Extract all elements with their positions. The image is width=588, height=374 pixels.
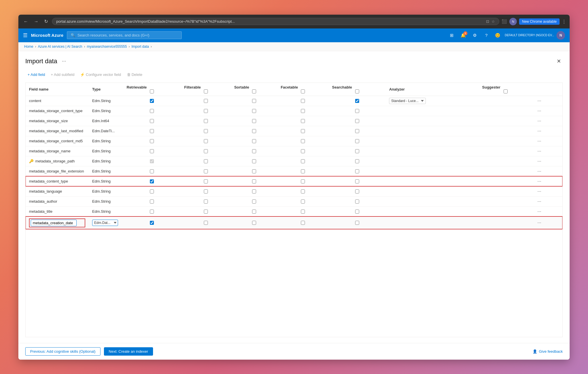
add-subfield-button[interactable]: + Add subfield: [49, 71, 77, 78]
filterable-checkbox[interactable]: [204, 159, 208, 163]
retrievable-checkbox[interactable]: [150, 210, 154, 214]
searchable-checkbox[interactable]: [355, 149, 359, 153]
row-more-button[interactable]: ···: [536, 158, 543, 164]
facetable-checkbox[interactable]: [301, 109, 305, 113]
filterable-checkbox[interactable]: [204, 139, 208, 143]
field-name-input[interactable]: [31, 220, 77, 226]
filterable-checkbox[interactable]: [204, 119, 208, 123]
facetable-checkbox[interactable]: [301, 149, 305, 153]
user-section[interactable]: DEFAULT DIRECTORY (NGOCD EV... N: [505, 31, 565, 40]
retrievable-checkbox[interactable]: [150, 221, 154, 225]
add-field-button[interactable]: + Add field: [25, 71, 47, 78]
browser-more-icon[interactable]: ⋮: [562, 19, 566, 24]
retrievable-checkbox[interactable]: [150, 179, 154, 183]
facetable-checkbox[interactable]: [301, 169, 305, 173]
filterable-checkbox[interactable]: [204, 189, 208, 193]
filterable-all-checkbox[interactable]: [204, 89, 208, 93]
searchable-all-checkbox[interactable]: [355, 89, 359, 93]
breadcrumb-import-data[interactable]: Import data: [131, 45, 149, 49]
sortable-checkbox[interactable]: [252, 179, 256, 183]
facetable-checkbox[interactable]: [301, 200, 305, 204]
retrievable-checkbox[interactable]: [150, 129, 154, 133]
filterable-checkbox[interactable]: [204, 200, 208, 204]
row-more-button[interactable]: ···: [536, 138, 543, 144]
hamburger-menu[interactable]: ☰: [23, 32, 28, 39]
help-icon[interactable]: ?: [482, 31, 491, 40]
sortable-checkbox[interactable]: [252, 109, 256, 113]
filterable-checkbox[interactable]: [204, 210, 208, 214]
sortable-checkbox[interactable]: [252, 139, 256, 143]
filterable-checkbox[interactable]: [204, 221, 208, 225]
facetable-checkbox[interactable]: [301, 221, 305, 225]
analyzer-select[interactable]: Standard - Luce...SimpleStopWhitespaceKe…: [389, 98, 426, 104]
sortable-checkbox[interactable]: [252, 119, 256, 123]
azure-search-bar[interactable]: 🔍: [67, 31, 182, 39]
facetable-checkbox[interactable]: [301, 189, 305, 193]
facetable-checkbox[interactable]: [301, 129, 305, 133]
row-more-button[interactable]: ···: [536, 198, 543, 205]
retrievable-checkbox[interactable]: [150, 159, 154, 163]
feedback-header-icon[interactable]: 😊: [493, 31, 502, 40]
notifications-icon[interactable]: 🔔 5: [459, 31, 468, 40]
row-more-button[interactable]: ···: [536, 108, 543, 114]
filterable-checkbox[interactable]: [204, 149, 208, 153]
searchable-checkbox[interactable]: [355, 109, 359, 113]
filterable-checkbox[interactable]: [204, 179, 208, 183]
sortable-checkbox[interactable]: [252, 210, 256, 214]
row-more-button[interactable]: ···: [536, 188, 543, 195]
searchable-checkbox[interactable]: [355, 99, 359, 103]
retrievable-checkbox[interactable]: [150, 99, 154, 103]
facetable-all-checkbox[interactable]: [301, 89, 305, 93]
forward-button[interactable]: →: [32, 18, 40, 25]
searchable-checkbox[interactable]: [355, 119, 359, 123]
prev-button[interactable]: Previous: Add cognitive skills (Optional…: [25, 347, 100, 356]
close-button[interactable]: ✕: [555, 57, 563, 66]
searchable-checkbox[interactable]: [355, 129, 359, 133]
sortable-checkbox[interactable]: [252, 129, 256, 133]
facetable-checkbox[interactable]: [301, 119, 305, 123]
facetable-checkbox[interactable]: [301, 210, 305, 214]
delete-button[interactable]: 🗑 Delete: [125, 71, 145, 78]
retrievable-checkbox[interactable]: [150, 139, 154, 143]
configure-vector-button[interactable]: ⚡ Configure vector field: [78, 71, 123, 78]
row-more-button[interactable]: ···: [536, 98, 543, 104]
facetable-checkbox[interactable]: [301, 99, 305, 103]
filterable-checkbox[interactable]: [204, 109, 208, 113]
sortable-checkbox[interactable]: [252, 159, 256, 163]
sortable-all-checkbox[interactable]: [252, 89, 256, 93]
searchable-checkbox[interactable]: [355, 139, 359, 143]
retrievable-checkbox[interactable]: [150, 119, 154, 123]
url-bar[interactable]: portal.azure.com/#view/Microsoft_Azure_S…: [52, 18, 499, 25]
retrievable-checkbox[interactable]: [150, 200, 154, 204]
breadcrumb-ai-search[interactable]: Azure AI services | AI Search: [38, 45, 82, 49]
row-more-button[interactable]: ···: [536, 168, 543, 174]
next-button[interactable]: Next: Create an indexer: [104, 347, 153, 356]
searchable-checkbox[interactable]: [355, 200, 359, 204]
searchable-checkbox[interactable]: [355, 189, 359, 193]
feedback-link[interactable]: 👤 Give feedback: [533, 349, 563, 354]
filterable-checkbox[interactable]: [204, 129, 208, 133]
searchable-checkbox[interactable]: [355, 169, 359, 173]
facetable-checkbox[interactable]: [301, 139, 305, 143]
back-button[interactable]: ←: [22, 18, 30, 25]
profile-icon[interactable]: N: [509, 18, 517, 25]
row-more-button[interactable]: ···: [536, 118, 543, 124]
row-more-button[interactable]: ···: [536, 148, 543, 154]
sortable-checkbox[interactable]: [252, 221, 256, 225]
extension-icon[interactable]: ⬛: [502, 19, 507, 24]
filterable-checkbox[interactable]: [204, 99, 208, 103]
retrievable-checkbox[interactable]: [150, 149, 154, 153]
suggester-all-checkbox[interactable]: [504, 89, 508, 93]
page-more-button[interactable]: ···: [60, 57, 68, 65]
retrievable-checkbox[interactable]: [150, 109, 154, 113]
searchable-checkbox[interactable]: [355, 179, 359, 183]
breadcrumb-service[interactable]: myaisearchservice555555: [87, 45, 127, 49]
retrievable-checkbox[interactable]: [150, 169, 154, 173]
type-select[interactable]: Edm.Dat...: [92, 220, 118, 226]
search-input[interactable]: [78, 33, 178, 37]
retrievable-checkbox[interactable]: [150, 189, 154, 193]
sortable-checkbox[interactable]: [252, 189, 256, 193]
facetable-checkbox[interactable]: [301, 179, 305, 183]
sortable-checkbox[interactable]: [252, 200, 256, 204]
searchable-checkbox[interactable]: [355, 221, 359, 225]
